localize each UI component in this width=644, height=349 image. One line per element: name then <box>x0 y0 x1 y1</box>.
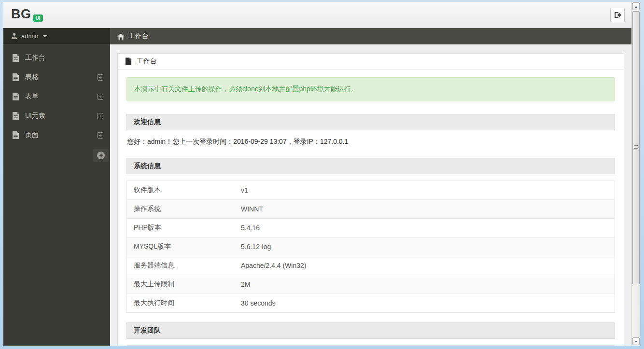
top-header-bar: BGUI <box>3 2 631 28</box>
arrow-circle-left-icon <box>97 151 105 160</box>
file-icon <box>125 57 132 65</box>
scrollbar-down-arrow[interactable]: ▼ <box>632 337 640 345</box>
table-row: 最大执行时间 30 seconds <box>127 294 615 313</box>
main-area: 工作台 工作台 <box>110 28 631 346</box>
content-scroll-area: 工作台 本演示中有关文件上传的操作，必须clone到本地并配置php环境才能运行… <box>110 44 631 346</box>
file-icon <box>12 54 19 62</box>
logo-text: BG <box>11 7 31 21</box>
breadcrumb: 工作台 <box>110 28 631 44</box>
row-value: v1 <box>234 181 615 200</box>
sidebar-collapse-row <box>3 145 110 162</box>
sidebar-item-label: 工作台 <box>25 54 45 62</box>
welcome-message: 您好：admin！您上一次登录时间：2016-09-29 13:07，登录IP：… <box>127 138 615 146</box>
breadcrumb-current[interactable]: 工作台 <box>128 32 149 41</box>
sidebar-collapse-button[interactable] <box>93 149 109 162</box>
panel-body: 本演示中有关文件上传的操作，必须clone到本地并配置php环境才能运行。 欢迎… <box>118 70 624 346</box>
user-icon <box>11 33 17 39</box>
team-section-heading: 开发团队 <box>126 322 615 339</box>
file-icon <box>12 93 19 100</box>
row-label: 创建者 <box>127 346 235 346</box>
plus-square-icon[interactable] <box>97 132 103 139</box>
team-table: 创建者 liyu <box>126 345 615 346</box>
row-label: MYSQL版本 <box>127 237 235 256</box>
browser-window: BGUI <box>3 2 640 346</box>
row-label: 最大上传限制 <box>127 275 235 294</box>
demo-alert: 本演示中有关文件上传的操作，必须clone到本地并配置php环境才能运行。 <box>126 77 615 101</box>
sidebar-item-label: UI元素 <box>25 112 45 120</box>
scrollbar-thumb[interactable] <box>632 11 640 284</box>
scrollbar-grip <box>634 145 638 150</box>
home-icon <box>117 33 125 40</box>
row-value: 2M <box>234 275 615 294</box>
sidebar-nav: 工作台 <box>3 44 110 145</box>
app-logo: BGUI <box>11 7 43 22</box>
row-value: 5.6.12-log <box>234 237 615 256</box>
table-row: 最大上传限制 2M <box>127 275 615 294</box>
main-layout: admin <box>3 28 631 346</box>
user-dropdown[interactable]: admin <box>3 28 110 44</box>
page: BGUI <box>3 2 631 346</box>
row-value: Apache/2.4.4 (Win32) <box>234 256 615 275</box>
row-label: 最大执行时间 <box>127 294 235 313</box>
sidebar-item[interactable]: UI元素 <box>3 106 110 126</box>
table-row: 操作系统 WINNT <box>127 200 615 219</box>
sidebar-item[interactable]: 页面 <box>3 126 110 145</box>
sidebar-item[interactable]: 表格 <box>3 68 110 87</box>
sidebar-item[interactable]: 工作台 <box>3 48 110 68</box>
caret-down-icon <box>43 35 47 37</box>
sign-out-icon <box>614 11 621 19</box>
row-label: PHP版本 <box>127 219 235 237</box>
panel-header: 工作台 <box>118 54 624 70</box>
table-row: 软件版本 v1 <box>127 181 615 200</box>
system-info-table: 软件版本 v1 操作系统 WINNT <box>126 181 615 313</box>
row-value: 30 seconds <box>234 294 615 313</box>
row-label: 软件版本 <box>127 181 235 200</box>
logout-button[interactable] <box>610 8 625 22</box>
sidebar: admin <box>3 28 110 346</box>
table-row: 服务器端信息 Apache/2.4.4 (Win32) <box>127 256 615 275</box>
workspace-panel: 工作台 本演示中有关文件上传的操作，必须clone到本地并配置php环境才能运行… <box>117 53 624 346</box>
scrollbar-up-arrow[interactable]: ▲ <box>632 2 640 10</box>
system-info-section-heading: 系统信息 <box>126 158 615 174</box>
logo-ui-badge: UI <box>33 14 43 22</box>
file-icon <box>12 112 19 120</box>
sidebar-item-label: 页面 <box>25 131 39 140</box>
plus-square-icon[interactable] <box>97 113 103 119</box>
row-value: liyu <box>234 346 615 346</box>
table-row: MYSQL版本 5.6.12-log <box>127 237 615 256</box>
sidebar-item[interactable]: 表单 <box>3 87 110 106</box>
file-icon <box>12 131 19 139</box>
plus-square-icon[interactable] <box>97 74 103 81</box>
file-icon <box>12 73 19 81</box>
sidebar-item-label: 表格 <box>25 73 39 82</box>
row-value: 5.4.16 <box>234 219 615 237</box>
panel-title: 工作台 <box>137 57 157 66</box>
row-label: 操作系统 <box>127 200 235 219</box>
row-label: 服务器端信息 <box>127 256 235 275</box>
welcome-section-heading: 欢迎信息 <box>126 114 615 130</box>
user-name: admin <box>21 32 38 40</box>
plus-square-icon[interactable] <box>97 94 103 100</box>
vertical-scrollbar[interactable]: ▲ ▼ <box>631 2 640 346</box>
row-value: WINNT <box>234 200 615 219</box>
table-row: 创建者 liyu <box>127 346 615 346</box>
sidebar-item-label: 表单 <box>25 92 39 101</box>
table-row: PHP版本 5.4.16 <box>127 219 615 237</box>
